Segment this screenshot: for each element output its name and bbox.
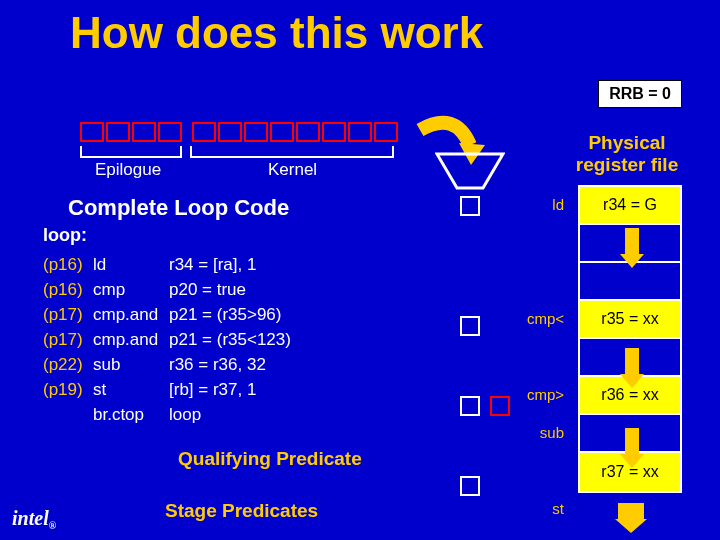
- op-label: [520, 337, 570, 375]
- code-line: (p16) cmp p20 = true: [43, 277, 291, 302]
- args: [rb] = r37, 1: [169, 377, 256, 402]
- op-label: sub: [520, 413, 570, 451]
- op-labels-column: ld cmp< cmp> sub st: [520, 185, 570, 527]
- args: p20 = true: [169, 277, 246, 302]
- prf-title: Physical register file: [562, 132, 692, 176]
- pipeline-stage-box: [270, 122, 294, 142]
- marker-box: [460, 316, 480, 336]
- code-block: (p16) ld r34 = [ra], 1 (p16) cmp p20 = t…: [43, 252, 291, 427]
- pipeline-stage-box: [218, 122, 242, 142]
- slide: How does this work RRB = 0 Epilogue Kern…: [0, 0, 720, 540]
- complete-loop-code-heading: Complete Loop Code: [68, 195, 289, 221]
- epilogue-brace: [80, 146, 182, 158]
- marker-box: [460, 396, 480, 416]
- op-label: [520, 451, 570, 489]
- pipeline-stage-box: [348, 122, 372, 142]
- args: p21 = (r35>96): [169, 302, 281, 327]
- down-arrow-icon: [625, 228, 639, 256]
- intel-logo: intel®: [12, 507, 56, 530]
- down-arrow-icon: [618, 503, 644, 521]
- marker-box: [460, 196, 480, 216]
- funnel-icon: [435, 152, 505, 200]
- prf-cell: [580, 263, 680, 301]
- opcode: cmp.and: [93, 302, 169, 327]
- op-label: [520, 223, 570, 261]
- args: r36 = r36, 32: [169, 352, 266, 377]
- qualifying-predicate-label: Qualifying Predicate: [178, 448, 362, 470]
- pipeline-stage-box: [80, 122, 104, 142]
- kernel-brace: [190, 146, 394, 158]
- prf-cell: r35 = xx: [580, 301, 680, 339]
- pipeline-stage-box: [322, 122, 346, 142]
- code-line: (p17) cmp.and p21 = (r35>96): [43, 302, 291, 327]
- opcode: ld: [93, 252, 169, 277]
- svg-marker-1: [437, 154, 503, 188]
- loop-label: loop:: [43, 225, 87, 246]
- prf-cell: r34 = G: [580, 187, 680, 225]
- opcode: cmp.and: [93, 327, 169, 352]
- op-label: st: [520, 489, 570, 527]
- pipeline-stage-box: [244, 122, 268, 142]
- kernel-label: Kernel: [268, 160, 317, 180]
- args: loop: [169, 402, 201, 427]
- args: r34 = [ra], 1: [169, 252, 256, 277]
- op-label: [520, 261, 570, 299]
- slide-title: How does this work: [70, 8, 483, 58]
- pipeline-stage-box: [158, 122, 182, 142]
- predicate: (p19): [43, 377, 93, 402]
- pipeline-row: [80, 122, 398, 142]
- predicate: [43, 402, 93, 427]
- code-line: (p17) cmp.and p21 = (r35<123): [43, 327, 291, 352]
- pipeline-stage-box: [106, 122, 130, 142]
- down-arrow-icon: [625, 348, 639, 376]
- down-arrow-icon: [625, 428, 639, 456]
- pipeline-stage-box: [132, 122, 156, 142]
- opcode: br.ctop: [93, 402, 169, 427]
- predicate: (p22): [43, 352, 93, 377]
- code-line: (p22) sub r36 = r36, 32: [43, 352, 291, 377]
- code-line: (p16) ld r34 = [ra], 1: [43, 252, 291, 277]
- code-line: (p19) st [rb] = r37, 1: [43, 377, 291, 402]
- pipeline-stage-box: [296, 122, 320, 142]
- rrb-indicator: RRB = 0: [598, 80, 682, 108]
- predicate: (p17): [43, 302, 93, 327]
- args: p21 = (r35<123): [169, 327, 291, 352]
- op-label: cmp<: [520, 299, 570, 337]
- predicate: (p17): [43, 327, 93, 352]
- opcode: st: [93, 377, 169, 402]
- stage-predicates-label: Stage Predicates: [165, 500, 318, 522]
- op-label: cmp>: [520, 375, 570, 413]
- predicate: (p16): [43, 252, 93, 277]
- op-label: ld: [520, 185, 570, 223]
- pipeline-stage-box: [192, 122, 216, 142]
- epilogue-label: Epilogue: [95, 160, 161, 180]
- marker-box: [460, 476, 480, 496]
- opcode: sub: [93, 352, 169, 377]
- marker-box-highlight: [490, 396, 510, 416]
- code-line: br.ctop loop: [43, 402, 291, 427]
- pipeline-stage-box: [374, 122, 398, 142]
- opcode: cmp: [93, 277, 169, 302]
- predicate: (p16): [43, 277, 93, 302]
